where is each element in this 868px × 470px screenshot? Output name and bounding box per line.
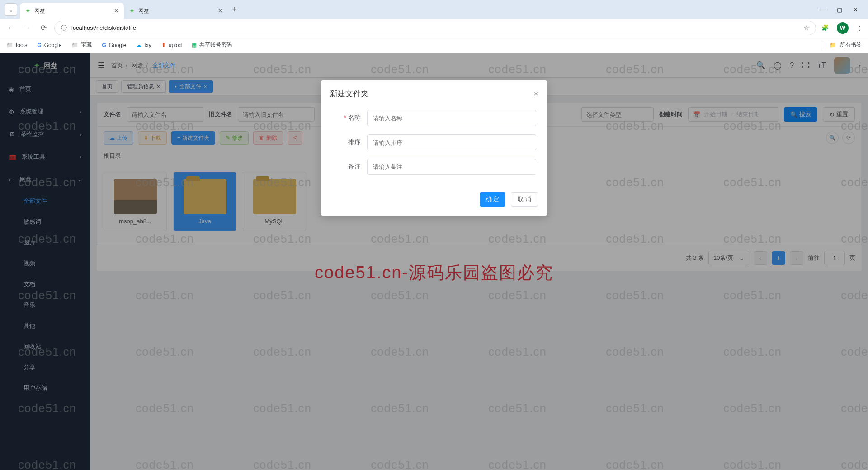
bookmark-item[interactable]: ▦共享账号密码: [192, 41, 232, 49]
dialog-close-icon[interactable]: ×: [534, 90, 538, 98]
tab-search-button[interactable]: ⌄: [5, 3, 17, 16]
sort-label: 排序: [332, 138, 367, 146]
new-tab-button[interactable]: +: [228, 5, 241, 14]
extensions-icon[interactable]: 🧩: [821, 24, 829, 31]
bookmark-item[interactable]: ☁txy: [136, 42, 151, 48]
tab-title: 网盘: [138, 7, 149, 15]
confirm-button[interactable]: 确 定: [480, 192, 506, 207]
maximize-icon[interactable]: ▢: [837, 6, 842, 13]
remark-input[interactable]: [367, 159, 536, 175]
address-bar: ← → ⟳ ⓘ localhost/netdisk/disk/file ☆ 🧩 …: [0, 19, 868, 37]
name-input[interactable]: [367, 110, 536, 126]
bookmark-item[interactable]: 宝藏: [71, 41, 92, 49]
tab-title: 网盘: [34, 7, 45, 15]
tab-favicon: ✦: [129, 7, 135, 14]
reload-button[interactable]: ⟳: [38, 24, 49, 32]
sort-input[interactable]: [367, 134, 536, 150]
bookmark-item[interactable]: tools: [6, 42, 27, 48]
profile-avatar[interactable]: W: [837, 22, 849, 34]
tab-favicon: ✦: [25, 7, 31, 14]
name-label: *名称: [332, 114, 367, 122]
tab-close-icon[interactable]: ✕: [218, 8, 222, 14]
bookmark-item[interactable]: ⬆uplod: [161, 42, 182, 48]
tab-close-icon[interactable]: ✕: [114, 8, 118, 14]
window-controls: — ▢ ✕: [820, 6, 863, 13]
url-text: localhost/netdisk/disk/file: [71, 24, 136, 31]
menu-icon[interactable]: ⋮: [857, 24, 863, 31]
bookmark-item[interactable]: GGoogle: [102, 42, 126, 48]
all-bookmarks-button[interactable]: 📁 所有书签: [823, 41, 862, 49]
bookmark-bar: tools GGoogle 宝藏 GGoogle ☁txy ⬆uplod ▦共享…: [0, 37, 868, 53]
browser-tab-strip: ⌄ ✦ 网盘 ✕ ✦ 网盘 ✕ + — ▢ ✕: [0, 0, 868, 19]
bookmark-star-icon[interactable]: ☆: [804, 24, 809, 31]
back-button[interactable]: ←: [5, 24, 16, 32]
new-folder-dialog: 新建文件夹 × *名称 排序 备注 确 定 取 消: [321, 80, 547, 216]
cancel-button[interactable]: 取 消: [511, 192, 538, 207]
remark-label: 备注: [332, 163, 367, 171]
modal-overlay[interactable]: 新建文件夹 × *名称 排序 备注 确 定 取 消: [0, 53, 868, 470]
minimize-icon[interactable]: —: [820, 6, 826, 13]
site-info-icon[interactable]: ⓘ: [61, 24, 67, 32]
browser-tab-active[interactable]: ✦ 网盘 ✕: [20, 3, 124, 19]
forward-button[interactable]: →: [22, 24, 33, 32]
dialog-title: 新建文件夹: [330, 89, 368, 99]
browser-tab[interactable]: ✦ 网盘 ✕: [124, 3, 228, 19]
bookmark-item[interactable]: GGoogle: [37, 42, 61, 48]
url-input[interactable]: ⓘ localhost/netdisk/disk/file ☆: [54, 21, 816, 35]
close-icon[interactable]: ✕: [853, 6, 858, 13]
